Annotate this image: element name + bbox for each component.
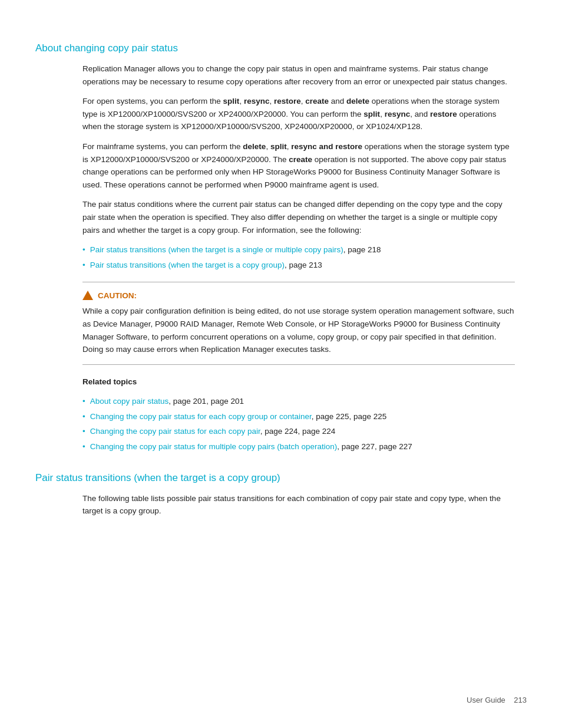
- related-topics-heading: Related topics: [82, 375, 515, 388]
- caution-box: CAUTION: While a copy pair configuration…: [82, 282, 515, 364]
- caution-label: CAUTION:: [98, 291, 137, 300]
- link-single-multiple-pairs[interactable]: Pair status transitions (when the target…: [90, 245, 343, 254]
- section1-bullet-list: ::before Pair status transitions (when t…: [82, 243, 515, 271]
- footer-label: User Guide: [467, 696, 505, 704]
- section1-para2: For open systems, you can perform the sp…: [82, 95, 515, 133]
- caution-triangle-icon: [82, 291, 93, 300]
- caution-header: CAUTION:: [82, 291, 515, 300]
- list-item: ::before Changing the copy pair status f…: [82, 410, 515, 423]
- section2-para1: The following table lists possible pair …: [82, 492, 515, 518]
- list-item: ::before Pair status transitions (when t…: [82, 243, 515, 256]
- related-link-1[interactable]: About copy pair status: [90, 397, 169, 406]
- list-item: ::before Changing the copy pair status f…: [82, 440, 515, 453]
- list-item: ::before Pair status transitions (when t…: [82, 259, 515, 272]
- link-copy-group[interactable]: Pair status transitions (when the target…: [90, 261, 285, 269]
- related-topics-section: Related topics ::before About copy pair …: [82, 375, 515, 453]
- section1-para3: For mainframe systems, you can perform t…: [82, 140, 515, 191]
- related-topics-list: ::before About copy pair status, page 20…: [82, 395, 515, 453]
- list-item: ::before About copy pair status, page 20…: [82, 395, 515, 408]
- section1-content: Replication Manager allows you to change…: [82, 62, 515, 453]
- section1-para1: Replication Manager allows you to change…: [82, 62, 515, 88]
- related-link-3[interactable]: Changing the copy pair status for each c…: [90, 427, 260, 436]
- related-link-2[interactable]: Changing the copy pair status for each c…: [90, 412, 312, 421]
- section1-heading: About changing copy pair status: [35, 42, 527, 54]
- section2-content: The following table lists possible pair …: [82, 492, 515, 518]
- footer: User Guide 213: [467, 696, 527, 704]
- footer-page: 213: [514, 696, 527, 704]
- list-item: ::before Changing the copy pair status f…: [82, 425, 515, 438]
- caution-body: While a copy pair configuration definiti…: [82, 305, 515, 355]
- section2-heading: Pair status transitions (when the target…: [35, 472, 527, 484]
- related-link-4[interactable]: Changing the copy pair status for multip…: [90, 442, 337, 451]
- section1-para4: The pair status conditions where the cur…: [82, 198, 515, 236]
